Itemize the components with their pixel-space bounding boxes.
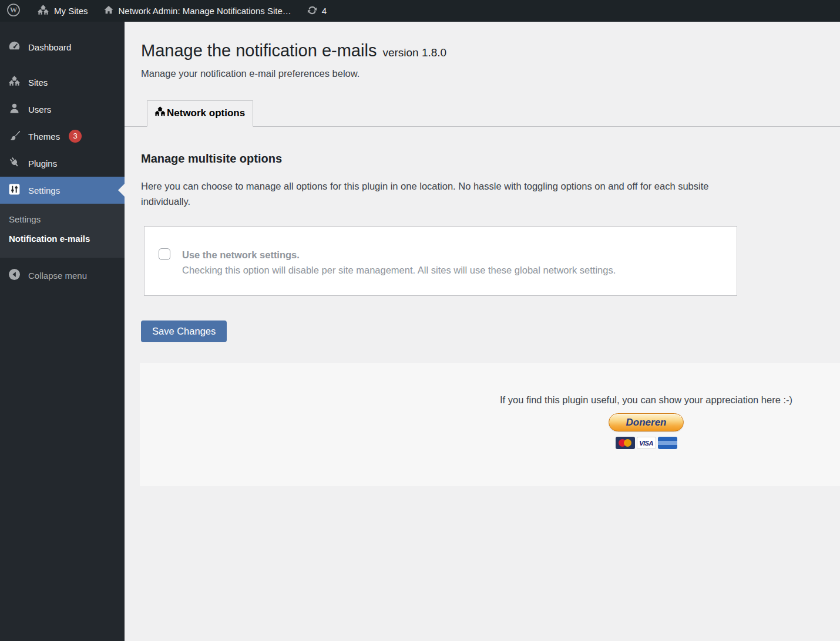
sidebar-item-label: Settings xyxy=(28,185,60,195)
mastercard-icon xyxy=(616,437,635,449)
plugin-version: version 1.8.0 xyxy=(382,46,446,59)
wordpress-logo-icon: W xyxy=(6,3,21,19)
sidebar-item-label: Themes xyxy=(28,131,60,141)
svg-text:W: W xyxy=(10,6,18,14)
collapse-menu-button[interactable]: Collapse menu xyxy=(0,264,125,287)
sidebar-item-label: Sites xyxy=(28,77,48,87)
sidebar-item-plugins[interactable]: Plugins xyxy=(0,150,125,177)
updates-menu[interactable]: 4 xyxy=(303,0,330,22)
update-arrows-icon xyxy=(307,5,318,18)
collapse-menu-label: Collapse menu xyxy=(28,271,87,281)
submenu-item-notification-emails[interactable]: Notification e-mails xyxy=(0,229,125,248)
admin-bar: W My Sites Network Admin: Manage Notific… xyxy=(0,0,840,22)
payment-cards-row: VISA xyxy=(446,437,840,449)
tab-label: Network options xyxy=(167,107,245,119)
section-description: Here you can choose to manage all option… xyxy=(141,178,731,209)
use-network-settings-checkbox[interactable] xyxy=(159,248,170,260)
page-title: Manage the notification e-mailsversion 1… xyxy=(141,41,840,60)
save-changes-button[interactable]: Save Changes xyxy=(141,320,227,342)
tab-bar: Network options xyxy=(125,100,840,127)
option-description: Checking this option will disable per si… xyxy=(182,262,616,278)
plug-icon xyxy=(8,156,21,170)
section-heading: Manage multisite options xyxy=(141,152,840,166)
option-label: Use the network settings. xyxy=(182,247,616,262)
user-icon xyxy=(8,102,21,116)
paypal-donate-button[interactable]: Doneren xyxy=(609,413,684,431)
sidebar-item-label: Plugins xyxy=(28,158,57,168)
american-express-icon xyxy=(658,437,677,449)
network-admin-site-menu[interactable]: Network Admin: Manage Notifications Site… xyxy=(100,0,295,22)
admin-sidebar: Dashboard Sites Users xyxy=(0,22,125,641)
sliders-icon xyxy=(8,183,21,197)
page-title-text: Manage the notification e-mails xyxy=(141,41,377,60)
network-admin-page-title: Network Admin: Manage Notifications Site… xyxy=(119,6,291,16)
active-menu-arrow xyxy=(118,184,125,197)
sidebar-item-label: Users xyxy=(28,104,51,114)
collapse-arrow-icon xyxy=(8,268,21,282)
dashboard-gauge-icon xyxy=(8,40,21,54)
multisite-houses-icon xyxy=(37,4,49,18)
home-icon xyxy=(103,5,114,17)
multisite-houses-icon xyxy=(154,106,166,121)
multisite-houses-icon xyxy=(8,75,21,89)
wordpress-menu[interactable]: W xyxy=(3,0,24,22)
paintbrush-icon xyxy=(8,129,21,143)
donation-message: If you find this plugin useful, you can … xyxy=(446,394,840,406)
visa-icon: VISA xyxy=(637,437,656,449)
my-sites-menu[interactable]: My Sites xyxy=(33,0,92,22)
tab-network-options[interactable]: Network options xyxy=(147,100,253,127)
settings-submenu: Settings Notification e-mails xyxy=(0,204,125,258)
my-sites-label: My Sites xyxy=(54,6,88,16)
donation-band: If you find this plugin useful, you can … xyxy=(140,363,840,486)
network-settings-option-box: Use the network settings. Checking this … xyxy=(144,226,737,296)
themes-update-badge: 3 xyxy=(69,130,82,143)
page-intro: Manage your notification e-mail preferen… xyxy=(141,68,840,79)
sidebar-item-sites[interactable]: Sites xyxy=(0,69,125,96)
sidebar-item-users[interactable]: Users xyxy=(0,96,125,123)
sidebar-item-settings[interactable]: Settings xyxy=(0,177,125,204)
sidebar-item-dashboard[interactable]: Dashboard xyxy=(0,33,125,60)
main-content: Manage the notification e-mailsversion 1… xyxy=(125,22,840,641)
option-text: Use the network settings. Checking this … xyxy=(182,247,616,278)
sidebar-item-label: Dashboard xyxy=(28,42,71,52)
sidebar-item-themes[interactable]: Themes 3 xyxy=(0,123,125,150)
submenu-item-settings[interactable]: Settings xyxy=(0,210,125,229)
updates-count: 4 xyxy=(322,6,327,16)
